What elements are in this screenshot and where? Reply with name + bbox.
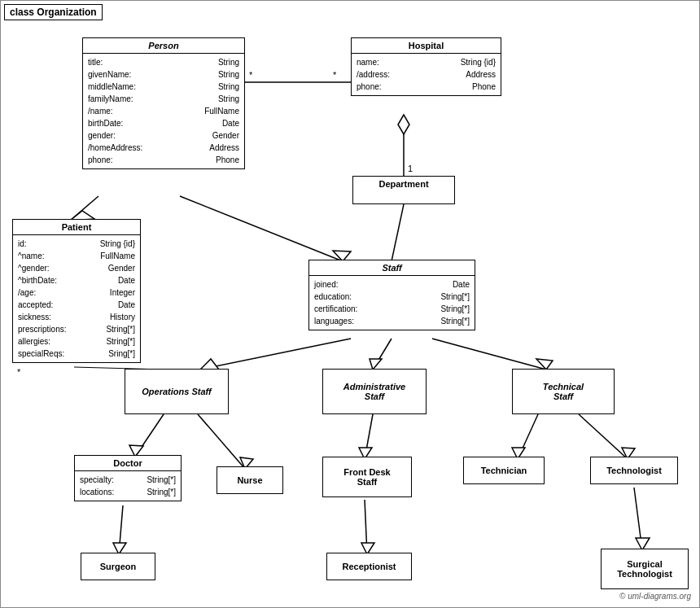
svg-line-29 (579, 414, 628, 459)
svg-line-23 (198, 414, 245, 469)
svg-line-25 (365, 414, 373, 459)
svg-line-21 (135, 414, 164, 457)
surgeon-title: Surgeon (96, 559, 141, 574)
surgeon-class: Surgeon (81, 553, 155, 580)
receptionist-title: Receptionist (338, 559, 400, 574)
svg-text:*: * (249, 70, 253, 80)
svg-line-17 (373, 339, 392, 370)
uml-diagram: class Organization * * 1 * * * (0, 0, 700, 608)
operations-staff-title: Operations Staff (138, 383, 214, 400)
technician-class: Technician (463, 457, 545, 484)
technologist-title: Technologist (602, 463, 666, 478)
department-class: Department (352, 176, 455, 204)
patient-class: Patient id:String {id} ^name:FullName ^g… (12, 219, 141, 363)
person-attrs: title:String givenName:String middleName… (83, 54, 244, 168)
staff-class: Staff joined:Date education:String[*] ce… (308, 260, 475, 330)
diagram-title: class Organization (4, 4, 103, 20)
receptionist-class: Receptionist (326, 553, 412, 580)
operations-staff-class: Operations Staff (125, 369, 229, 414)
doctor-attrs: specialty:String[*] locations:String[*] (75, 471, 181, 501)
tech-staff-class: TechnicalStaff (512, 369, 615, 414)
front-desk-title: Front DeskStaff (340, 464, 393, 490)
nurse-class: Nurse (217, 466, 283, 494)
doctor-class: Doctor specialty:String[*] locations:Str… (74, 455, 182, 501)
svg-text:1: 1 (408, 164, 413, 173)
admin-staff-title: AdministrativeStaff (340, 378, 409, 405)
staff-attrs: joined:Date education:String[*] certific… (309, 276, 475, 330)
hospital-title: Hospital (352, 38, 501, 54)
staff-title: Staff (309, 260, 475, 276)
person-title: Person (83, 38, 244, 54)
person-class: Person title:String givenName:String mid… (82, 37, 245, 169)
patient-attrs: id:String {id} ^name:FullName ^gender:Ge… (13, 235, 140, 362)
tech-staff-title: TechnicalStaff (540, 378, 587, 405)
svg-line-10 (180, 196, 343, 261)
svg-line-15 (200, 339, 351, 370)
svg-line-31 (119, 505, 123, 554)
svg-line-27 (518, 414, 538, 459)
svg-line-19 (432, 339, 546, 370)
svg-text:*: * (333, 70, 337, 80)
svg-line-8 (70, 196, 98, 221)
svg-marker-4 (398, 115, 409, 134)
technologist-class: Technologist (590, 457, 678, 484)
hospital-attrs: name:String {id} /address:Address phone:… (352, 54, 501, 95)
copyright: © uml-diagrams.org (619, 592, 691, 601)
hospital-class: Hospital name:String {id} /address:Addre… (351, 37, 501, 96)
svg-line-35 (634, 488, 642, 550)
patient-title: Patient (13, 220, 140, 235)
nurse-title: Nurse (233, 473, 266, 488)
doctor-title: Doctor (75, 456, 181, 471)
surgical-tech-class: SurgicalTechnologist (601, 549, 689, 589)
technician-title: Technician (477, 463, 532, 478)
admin-staff-class: AdministrativeStaff (322, 369, 427, 414)
front-desk-staff-class: Front DeskStaff (322, 457, 412, 497)
svg-line-33 (365, 500, 367, 554)
svg-line-7 (392, 204, 404, 261)
svg-text:*: * (17, 367, 21, 377)
department-title: Department (353, 177, 454, 191)
surgical-tech-title: SurgicalTechnologist (614, 556, 676, 582)
